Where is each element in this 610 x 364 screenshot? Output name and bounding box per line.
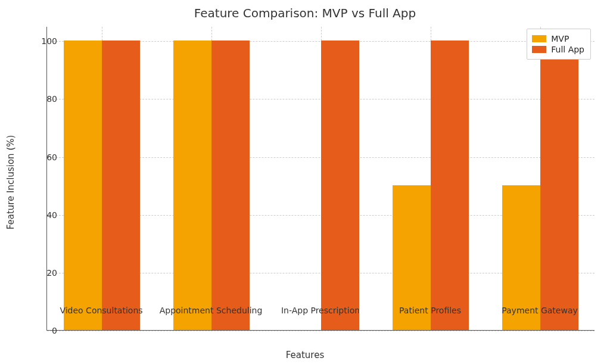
bar-full-3 — [431, 41, 469, 330]
bar-mvp-0 — [64, 41, 102, 330]
x-axis-label: Features — [286, 350, 325, 360]
legend-label-full: Full App — [551, 45, 584, 54]
chart-container: Feature Comparison: MVP vs Full App Feat… — [0, 0, 610, 364]
legend-label-mvp: MVP — [551, 34, 569, 43]
x-tick-label: Payment Gateway — [502, 306, 578, 315]
plot-area — [46, 27, 595, 331]
x-tick-label: Patient Profiles — [399, 306, 461, 315]
y-tick-label: 100 — [33, 36, 57, 46]
bar-full-0 — [102, 41, 140, 330]
legend-swatch-mvp — [532, 35, 546, 42]
bar-full-1 — [211, 41, 250, 330]
chart-title: Feature Comparison: MVP vs Full App — [0, 6, 610, 20]
bar-full-2 — [321, 41, 359, 330]
bar-full-4 — [540, 41, 578, 330]
legend-swatch-full — [532, 46, 546, 53]
x-tick-label: Video Consultations — [60, 306, 142, 315]
bar-mvp-1 — [173, 41, 211, 330]
x-tick-label: In-App Prescription — [281, 306, 360, 315]
y-tick-label: 20 — [33, 268, 57, 278]
y-tick-label: 40 — [33, 210, 57, 220]
legend-item-full: Full App — [532, 45, 584, 54]
gridline-h — [47, 331, 595, 331]
x-tick-label: Appointment Scheduling — [160, 306, 263, 315]
legend-item-mvp: MVP — [532, 34, 584, 43]
y-axis-label: Feature Inclusion (%) — [5, 135, 16, 229]
y-tick-label: 60 — [33, 153, 57, 162]
y-tick-label: 80 — [33, 94, 57, 104]
legend: MVP Full App — [527, 29, 591, 60]
y-tick-label: 0 — [33, 326, 57, 335]
